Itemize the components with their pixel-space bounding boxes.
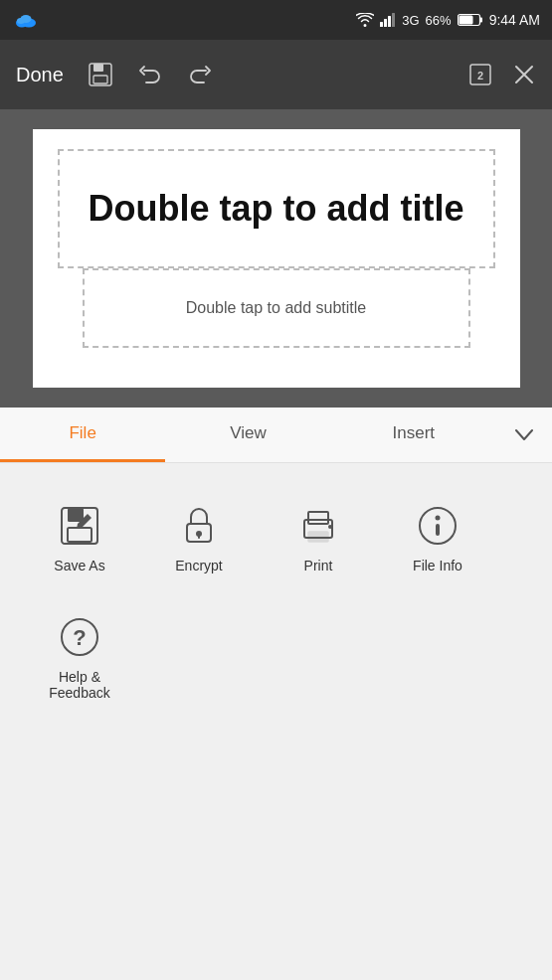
done-button[interactable]: Done: [16, 64, 64, 86]
page-area: Double tap to add title Double tap to ad…: [0, 109, 552, 408]
help-feedback-button[interactable]: ? Help & Feedback: [20, 602, 139, 712]
help-icon: ?: [56, 613, 103, 661]
file-info-label: File Info: [413, 558, 462, 573]
save-icon-button[interactable]: [88, 62, 113, 87]
tab-file[interactable]: File: [0, 408, 165, 462]
print-label: Print: [304, 558, 333, 573]
svg-point-28: [436, 516, 441, 521]
encrypt-button[interactable]: Encrypt: [139, 483, 259, 592]
tab-bar: File View Insert: [0, 408, 552, 463]
svg-rect-7: [392, 13, 395, 27]
subtitle-box[interactable]: Double tap to add subtitle: [83, 268, 470, 348]
file-info-button[interactable]: File Info: [378, 483, 497, 592]
file-info-icon: [414, 502, 461, 550]
battery-label: 66%: [426, 13, 452, 28]
battery-icon: [458, 13, 483, 27]
encrypt-label: Encrypt: [175, 558, 222, 573]
tab-insert[interactable]: Insert: [331, 408, 496, 462]
svg-rect-21: [198, 534, 200, 539]
svg-rect-18: [68, 528, 92, 542]
svg-rect-4: [380, 22, 383, 27]
print-button[interactable]: Print: [259, 483, 378, 592]
file-menu-row-2: ? Help & Feedback: [20, 602, 552, 712]
svg-rect-17: [68, 508, 84, 522]
tab-more-button[interactable]: [496, 408, 552, 462]
svg-rect-10: [459, 16, 472, 25]
svg-rect-23: [308, 532, 328, 542]
encrypt-icon: [175, 502, 223, 550]
svg-point-25: [328, 525, 332, 529]
onedrive-icon: [12, 6, 40, 34]
toolbar: Done 2: [0, 40, 552, 109]
file-menu: Save As Encrypt: [0, 463, 552, 741]
svg-point-3: [17, 18, 25, 24]
save-as-label: Save As: [54, 558, 104, 573]
tab-view[interactable]: View: [165, 408, 330, 462]
close-button[interactable]: [512, 63, 536, 86]
svg-rect-27: [436, 524, 440, 536]
svg-rect-5: [384, 19, 387, 27]
time-label: 9:44 AM: [489, 12, 540, 28]
toolbar-right: 2: [466, 61, 536, 88]
save-as-icon: [56, 502, 103, 550]
file-menu-row-1: Save As Encrypt: [20, 483, 552, 592]
pages-button[interactable]: 2: [466, 61, 494, 88]
svg-rect-13: [93, 76, 107, 83]
status-bar: 3G 66% 9:44 AM: [0, 0, 552, 40]
svg-rect-12: [93, 64, 103, 72]
toolbar-left: Done: [16, 62, 213, 87]
title-box[interactable]: Double tap to add title: [58, 149, 495, 268]
status-bar-left: [12, 6, 40, 34]
wifi-icon: [356, 13, 374, 27]
svg-rect-9: [479, 18, 482, 23]
signal-icon: [380, 13, 396, 27]
svg-text:2: 2: [477, 70, 483, 82]
network-label: 3G: [402, 13, 419, 28]
print-icon: [294, 502, 342, 550]
status-bar-right: 3G 66% 9:44 AM: [356, 12, 540, 28]
document-page: Double tap to add title Double tap to ad…: [33, 129, 520, 388]
svg-rect-24: [308, 512, 328, 524]
save-as-button[interactable]: Save As: [20, 483, 139, 592]
redo-button[interactable]: [187, 62, 213, 87]
page-subtitle: Double tap to add subtitle: [186, 299, 366, 317]
svg-text:?: ?: [73, 625, 86, 650]
undo-button[interactable]: [137, 62, 163, 87]
page-title: Double tap to add title: [89, 188, 464, 230]
svg-rect-6: [388, 16, 391, 27]
help-feedback-label: Help & Feedback: [49, 669, 109, 701]
